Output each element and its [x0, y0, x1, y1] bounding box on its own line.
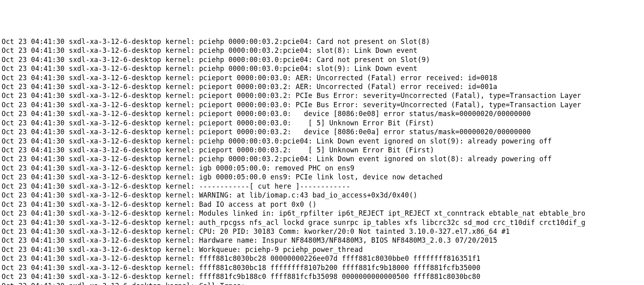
log-line: Oct 23 04:41:30 sxdl-xa-3-12-6-desktop k…	[2, 154, 644, 163]
log-line: Oct 23 04:41:30 sxdl-xa-3-12-6-desktop k…	[2, 37, 644, 46]
log-line: Oct 23 04:41:30 sxdl-xa-3-12-6-desktop k…	[2, 227, 644, 236]
log-line: Oct 23 04:41:30 sxdl-xa-3-12-6-desktop k…	[2, 191, 644, 200]
log-line: Oct 23 04:41:30 sxdl-xa-3-12-6-desktop k…	[2, 245, 644, 254]
log-line: Oct 23 04:41:30 sxdl-xa-3-12-6-desktop k…	[2, 182, 644, 191]
log-line: Oct 23 04:41:30 sxdl-xa-3-12-6-desktop k…	[2, 173, 644, 181]
kernel-log-output: Oct 23 04:41:30 sxdl-xa-3-12-6-desktop k…	[2, 37, 644, 285]
log-line: Oct 23 04:41:30 sxdl-xa-3-12-6-desktop k…	[2, 100, 644, 109]
log-line: Oct 23 04:41:30 sxdl-xa-3-12-6-desktop k…	[2, 200, 644, 209]
log-line: Oct 23 04:41:30 sxdl-xa-3-12-6-desktop k…	[2, 164, 644, 173]
log-line: Oct 23 04:41:30 sxdl-xa-3-12-6-desktop k…	[2, 119, 644, 127]
log-line: Oct 23 04:41:30 sxdl-xa-3-12-6-desktop k…	[2, 254, 644, 263]
log-line: Oct 23 04:41:30 sxdl-xa-3-12-6-desktop k…	[2, 109, 644, 118]
log-line: Oct 23 04:41:30 sxdl-xa-3-12-6-desktop k…	[2, 272, 644, 281]
log-line: Oct 23 04:41:30 sxdl-xa-3-12-6-desktop k…	[2, 146, 644, 154]
log-line: Oct 23 04:41:30 sxdl-xa-3-12-6-desktop k…	[2, 263, 644, 272]
log-line: Oct 23 04:41:30 sxdl-xa-3-12-6-desktop k…	[2, 209, 644, 218]
log-line: Oct 23 04:41:30 sxdl-xa-3-12-6-desktop k…	[2, 281, 644, 285]
log-line: Oct 23 04:41:30 sxdl-xa-3-12-6-desktop k…	[2, 127, 644, 136]
log-line: Oct 23 04:41:30 sxdl-xa-3-12-6-desktop k…	[2, 55, 644, 64]
log-line: Oct 23 04:41:30 sxdl-xa-3-12-6-desktop k…	[2, 73, 644, 82]
log-line: Oct 23 04:41:30 sxdl-xa-3-12-6-desktop k…	[2, 46, 644, 55]
log-line: Oct 23 04:41:30 sxdl-xa-3-12-6-desktop k…	[2, 236, 644, 245]
log-line: Oct 23 04:41:30 sxdl-xa-3-12-6-desktop k…	[2, 218, 644, 227]
log-line: Oct 23 04:41:30 sxdl-xa-3-12-6-desktop k…	[2, 91, 644, 100]
log-line: Oct 23 04:41:30 sxdl-xa-3-12-6-desktop k…	[2, 137, 644, 146]
log-line: Oct 23 04:41:30 sxdl-xa-3-12-6-desktop k…	[2, 64, 644, 73]
log-line: Oct 23 04:41:30 sxdl-xa-3-12-6-desktop k…	[2, 82, 644, 91]
